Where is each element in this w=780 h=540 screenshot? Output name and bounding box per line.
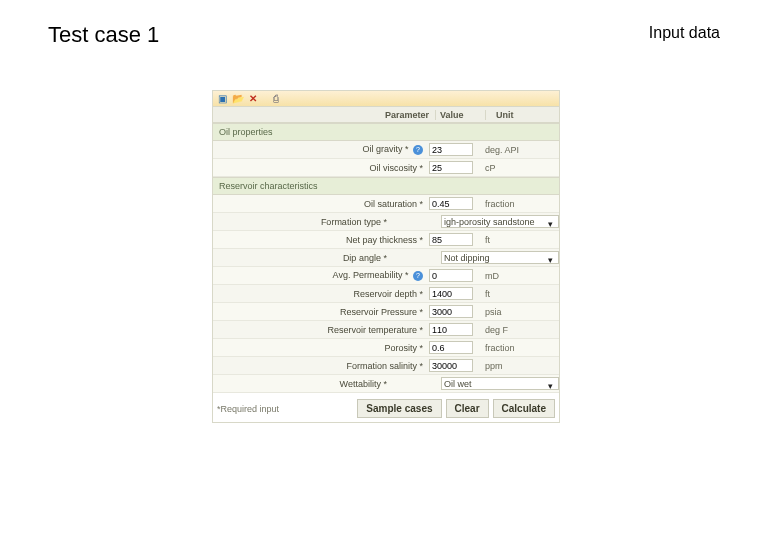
slide-title: Test case 1 <box>48 22 159 48</box>
unit-oil-gravity: deg. API <box>477 145 559 155</box>
input-oil-saturation[interactable] <box>429 197 473 210</box>
unit-res-temp: deg F <box>477 325 559 335</box>
unit-avg-perm: mD <box>477 271 559 281</box>
row-salinity: Formation salinity * ppm <box>213 357 559 375</box>
header-unit: Unit <box>485 110 559 120</box>
select-dip-angle[interactable]: Not dipping <box>441 251 559 264</box>
unit-res-depth: ft <box>477 289 559 299</box>
save-icon[interactable]: ▣ <box>217 93 228 104</box>
input-res-temp[interactable] <box>429 323 473 336</box>
chevron-down-icon[interactable]: ▾ <box>548 219 553 229</box>
input-avg-perm[interactable] <box>429 269 473 282</box>
toolbar: ▣ 📂 ✕ ⎙ <box>213 91 559 107</box>
footer: *Required input Sample cases Clear Calcu… <box>213 393 559 422</box>
section-reservoir: Reservoir characteristics <box>213 177 559 195</box>
input-porosity[interactable] <box>429 341 473 354</box>
row-res-depth: Reservoir depth * ft <box>213 285 559 303</box>
label-oil-saturation: Oil saturation * <box>213 199 427 209</box>
unit-oil-saturation: fraction <box>477 199 559 209</box>
unit-res-pressure: psia <box>477 307 559 317</box>
input-salinity[interactable] <box>429 359 473 372</box>
label-salinity: Formation salinity * <box>213 361 427 371</box>
print-icon[interactable]: ⎙ <box>270 93 281 104</box>
label-dip-angle: Dip angle * <box>213 253 391 263</box>
row-net-pay: Net pay thickness * ft <box>213 231 559 249</box>
input-res-pressure[interactable] <box>429 305 473 318</box>
column-headers: Parameter Value Unit <box>213 107 559 123</box>
label-res-pressure: Reservoir Pressure * <box>213 307 427 317</box>
delete-icon[interactable]: ✕ <box>247 93 258 104</box>
clear-button[interactable]: Clear <box>446 399 489 418</box>
required-note: *Required input <box>217 404 353 414</box>
select-formation-type[interactable]: igh-porosity sandstone <box>441 215 559 228</box>
unit-net-pay: ft <box>477 235 559 245</box>
label-oil-gravity: Oil gravity * <box>362 144 408 154</box>
unit-porosity: fraction <box>477 343 559 353</box>
row-wettability: Wettability * Oil wet ▾ <box>213 375 559 393</box>
input-panel: ▣ 📂 ✕ ⎙ Parameter Value Unit Oil propert… <box>212 90 560 423</box>
calculate-button[interactable]: Calculate <box>493 399 555 418</box>
unit-oil-viscosity: cP <box>477 163 559 173</box>
row-oil-gravity: Oil gravity * ? deg. API <box>213 141 559 159</box>
row-avg-perm: Avg. Permeability * ? mD <box>213 267 559 285</box>
sample-cases-button[interactable]: Sample cases <box>357 399 441 418</box>
section-oil-properties: Oil properties <box>213 123 559 141</box>
label-porosity: Porosity * <box>213 343 427 353</box>
slide-subtitle: Input data <box>649 24 720 42</box>
row-formation-type: Formation type * igh-porosity sandstone … <box>213 213 559 231</box>
row-res-temp: Reservoir temperature * deg F <box>213 321 559 339</box>
label-res-temp: Reservoir temperature * <box>213 325 427 335</box>
header-value: Value <box>435 110 485 120</box>
label-net-pay: Net pay thickness * <box>213 235 427 245</box>
input-net-pay[interactable] <box>429 233 473 246</box>
row-dip-angle: Dip angle * Not dipping ▾ <box>213 249 559 267</box>
header-parameter: Parameter <box>213 110 435 120</box>
select-wettability[interactable]: Oil wet <box>441 377 559 390</box>
chevron-down-icon[interactable]: ▾ <box>548 381 553 391</box>
input-oil-viscosity[interactable] <box>429 161 473 174</box>
unit-salinity: ppm <box>477 361 559 371</box>
help-icon[interactable]: ? <box>413 145 423 155</box>
input-oil-gravity[interactable] <box>429 143 473 156</box>
label-formation-type: Formation type * <box>213 217 391 227</box>
label-wettability: Wettability * <box>213 379 391 389</box>
row-oil-viscosity: Oil viscosity * cP <box>213 159 559 177</box>
chevron-down-icon[interactable]: ▾ <box>548 255 553 265</box>
label-avg-perm: Avg. Permeability * <box>333 270 409 280</box>
label-res-depth: Reservoir depth * <box>213 289 427 299</box>
row-res-pressure: Reservoir Pressure * psia <box>213 303 559 321</box>
row-oil-saturation: Oil saturation * fraction <box>213 195 559 213</box>
label-oil-viscosity: Oil viscosity * <box>213 163 427 173</box>
row-porosity: Porosity * fraction <box>213 339 559 357</box>
help-icon[interactable]: ? <box>413 271 423 281</box>
input-res-depth[interactable] <box>429 287 473 300</box>
open-icon[interactable]: 📂 <box>232 93 243 104</box>
